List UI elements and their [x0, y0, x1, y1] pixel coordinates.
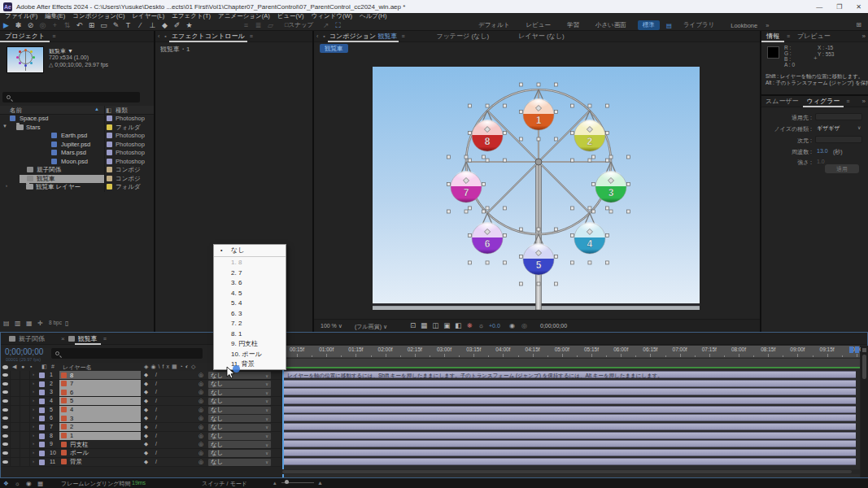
selection-handle[interactable]: [570, 104, 574, 107]
selection-handle[interactable]: [570, 261, 574, 264]
eraser-tool[interactable]: ◆: [159, 20, 171, 31]
blend-icon[interactable]: ▦: [37, 480, 43, 487]
layer-pickwhip-icon[interactable]: ◎: [198, 407, 203, 413]
workspace-0[interactable]: デフォルト: [470, 21, 517, 29]
layer-row-6[interactable]: ›63◆/◎なし∨: [1, 414, 281, 423]
type-tool[interactable]: T: [122, 20, 134, 31]
tab-project[interactable]: プロジェクト: [0, 31, 50, 42]
color-depth-button[interactable]: 8 bpc: [49, 320, 62, 325]
layer-pickwhip-icon[interactable]: ◎: [198, 372, 203, 378]
work-area-bar[interactable]: [282, 359, 860, 367]
sort-arrow-icon[interactable]: ▲: [94, 107, 99, 111]
layer-label-chip[interactable]: [39, 407, 45, 413]
selection-handle[interactable]: [537, 83, 540, 86]
selection-handle[interactable]: [555, 255, 558, 259]
layer-expand-icon[interactable]: ›: [33, 433, 34, 438]
layer-pickwhip-icon[interactable]: ◎: [198, 415, 203, 421]
layer-duration-bar-1[interactable]: レイヤーを軸の位置に移動するには、Shift キーを押したままにします。子のトラ…: [282, 371, 856, 378]
wiggler-freq-value[interactable]: 13.0: [817, 148, 828, 154]
puppet-pin-tool[interactable]: ★: [183, 20, 195, 31]
dropdown-item-11[interactable]: 11. 背景: [214, 359, 286, 370]
selection-handle[interactable]: [592, 183, 595, 186]
workspace-3[interactable]: 小さい画面: [587, 21, 635, 29]
selection-handle[interactable]: [504, 261, 507, 264]
audio-column-icon[interactable]: ◀: [12, 364, 16, 370]
layer-quality-switch[interactable]: ◆: [144, 441, 148, 447]
selection-handle[interactable]: [520, 137, 523, 141]
orbit-camera-tool[interactable]: ◎: [37, 20, 49, 31]
flowchart-icon[interactable]: [862, 348, 866, 352]
layer-name[interactable]: 4: [70, 406, 73, 413]
layer-name[interactable]: 3: [70, 415, 73, 422]
layer-duration-bar-2[interactable]: [282, 380, 856, 387]
viewer-icons[interactable]: ⊡▦◫▣◧: [410, 321, 466, 329]
layer-duration-bar-4[interactable]: [282, 397, 856, 404]
layer-parent-select[interactable]: なし∨: [208, 459, 271, 466]
workspace2-0[interactable]: ライブラリ: [675, 21, 722, 29]
layer-quality-switch[interactable]: ◆: [144, 381, 148, 387]
workspace-icon[interactable]: ▤: [663, 22, 675, 29]
label-col-icon[interactable]: ◧: [41, 364, 47, 370]
current-time-display[interactable]: 0;00;00;00: [5, 347, 43, 356]
selection-handle[interactable]: [555, 137, 558, 141]
selection-handle[interactable]: [447, 210, 451, 213]
wiggler-menu-icon[interactable]: ≡: [844, 98, 852, 104]
label-chip[interactable]: [107, 142, 112, 147]
selection-handle[interactable]: [609, 210, 613, 213]
layer-pickwhip-icon[interactable]: ◎: [198, 398, 203, 404]
layer-pickwhip-icon[interactable]: ◎: [198, 459, 203, 465]
dropdown-item-0[interactable]: なし•: [214, 245, 286, 255]
layer-label-chip[interactable]: [39, 390, 45, 395]
selection-handle[interactable]: [555, 228, 558, 231]
shy-icon[interactable]: ◉: [26, 480, 32, 487]
layer-parent-select[interactable]: なし∨: [208, 424, 271, 431]
selection-handle[interactable]: [627, 210, 630, 213]
tab-effect-controls[interactable]: エフェクトコントロール: [169, 31, 247, 42]
label-column-icon[interactable]: ◧: [106, 107, 111, 114]
tab-footage[interactable]: フッテージ (なし): [407, 32, 510, 41]
layer-label-chip[interactable]: [39, 381, 45, 387]
exposure-value[interactable]: +0.0: [489, 323, 500, 329]
layer-fx-switch[interactable]: /: [155, 372, 157, 377]
tab-composition[interactable]: コンポジション 観覧車: [328, 31, 399, 42]
selection-handle[interactable]: [465, 210, 468, 213]
resolution-select[interactable]: (フル画質) ∨: [355, 323, 387, 331]
tab-smoother[interactable]: スムーザー: [761, 97, 803, 106]
layer-name-cell[interactable]: 5: [59, 397, 141, 405]
layer-fx-switch[interactable]: /: [155, 407, 157, 412]
layer-name[interactable]: ポール: [70, 449, 89, 457]
panel-chevron-icon[interactable]: ‹: [155, 33, 162, 39]
layer-fx-switch[interactable]: /: [155, 381, 157, 386]
project-search-input[interactable]: [2, 92, 140, 102]
time-ruler[interactable]: 00:15f01:00f01:15f02:00f02:15f03:00f03:1…: [282, 346, 860, 358]
project-item-name[interactable]: Space.psd: [20, 115, 48, 122]
layer-fx-switch[interactable]: /: [155, 398, 157, 403]
layer-parent-select[interactable]: なし∨: [208, 407, 271, 414]
maximize-button[interactable]: ❐: [836, 3, 842, 11]
tab-preview[interactable]: プレビュー: [792, 32, 835, 41]
selection-handle[interactable]: [482, 183, 486, 186]
horizontal-scrollbar[interactable]: [282, 469, 860, 474]
layer-expand-icon[interactable]: ›: [33, 389, 34, 394]
selection-handle[interactable]: [605, 207, 608, 210]
selection-handle[interactable]: [520, 83, 523, 86]
selection-handle[interactable]: [504, 159, 507, 162]
layer-duration-bar-10[interactable]: [282, 449, 856, 456]
channels-icon[interactable]: ❋: [467, 322, 473, 329]
tab-wiggler[interactable]: ウィグラー: [803, 96, 844, 107]
selection-tool[interactable]: ▶: [0, 20, 12, 31]
layer-duration-bar-5[interactable]: [282, 406, 856, 413]
layer-name[interactable]: 2: [70, 423, 73, 430]
settings-icon[interactable]: ☼: [478, 322, 484, 329]
layer-label-chip[interactable]: [39, 425, 45, 430]
layer-label-chip[interactable]: [39, 416, 45, 421]
layer-name-cell[interactable]: 7: [59, 380, 141, 388]
tab-timeline-kanransha[interactable]: 観覧車: [75, 333, 101, 345]
layer-quality-switch[interactable]: ◆: [144, 424, 148, 430]
layer-expand-icon[interactable]: ›: [33, 381, 34, 386]
layer-fx-switch[interactable]: /: [155, 450, 157, 455]
layer-fx-switch[interactable]: /: [155, 441, 157, 447]
selection-handle[interactable]: [469, 132, 472, 135]
workspace-overflow-icon[interactable]: »: [765, 22, 769, 29]
layer-expand-icon[interactable]: ›: [33, 407, 34, 412]
